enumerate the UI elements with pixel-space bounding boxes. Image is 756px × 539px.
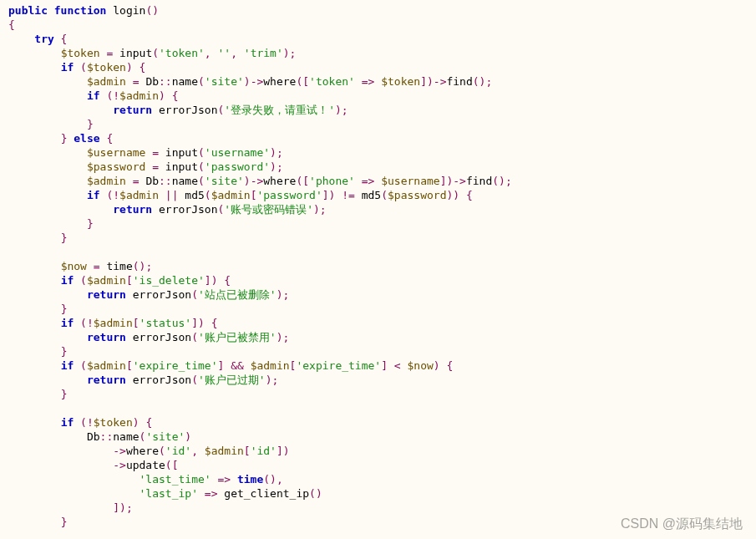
kw-function: function — [54, 4, 107, 17]
kw-try: try — [34, 33, 53, 45]
code-block: public function login() { try { $token =… — [0, 0, 756, 532]
kw-public: public — [8, 4, 48, 17]
var-token: $token — [61, 47, 100, 59]
fn-login: login — [113, 4, 145, 17]
